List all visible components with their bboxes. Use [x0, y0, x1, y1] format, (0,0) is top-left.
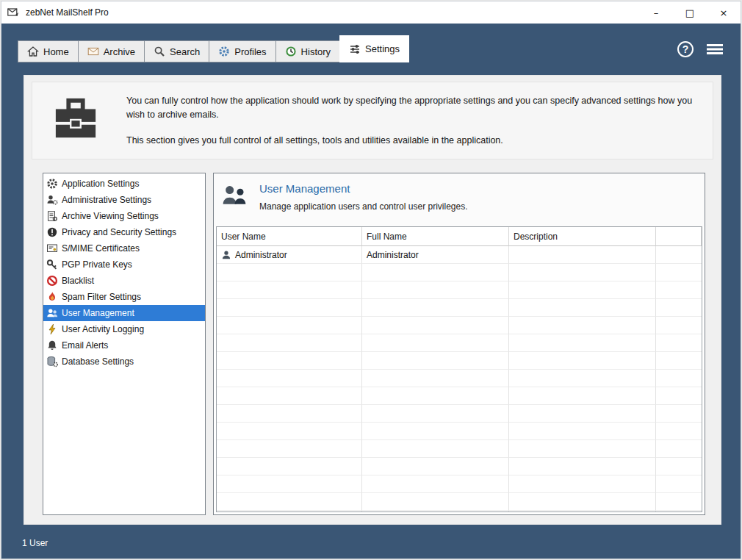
panel-title: User Management	[259, 182, 468, 195]
table-empty-row	[217, 281, 702, 299]
tab-profiles[interactable]: Profiles	[209, 40, 275, 62]
settings-nav-label: Database Settings	[62, 356, 134, 367]
status-text: 1 User	[22, 538, 48, 548]
empty-cell	[656, 281, 702, 299]
settings-nav-label: User Activity Logging	[62, 324, 144, 334]
status-bar: 1 User	[22, 538, 48, 548]
user-table: User NameFull NameDescription Administra…	[216, 226, 702, 512]
tab-archive[interactable]: Archive	[78, 40, 145, 62]
empty-cell	[509, 458, 656, 475]
maximize-button[interactable]: □	[673, 1, 707, 24]
panel-subtitle: Manage application users and control use…	[259, 201, 468, 212]
user-management-icon	[221, 184, 248, 210]
empty-cell	[217, 334, 362, 352]
menu-button[interactable]	[707, 43, 723, 55]
table-empty-row	[217, 264, 702, 281]
settings-nav-item-email-alerts[interactable]: Email Alerts	[43, 337, 205, 353]
empty-cell	[217, 475, 362, 493]
empty-cell	[362, 423, 509, 440]
tab-label: History	[301, 46, 331, 57]
empty-cell	[509, 475, 656, 493]
table-empty-row	[217, 299, 702, 317]
intro-section: You can fully control how the applicatio…	[32, 82, 713, 159]
empty-cell	[509, 264, 656, 281]
user-management-panel: User Management Manage application users…	[213, 173, 705, 515]
tab-label: Archive	[104, 46, 135, 57]
empty-cell	[656, 387, 702, 405]
settings-nav-item-administrative-settings[interactable]: Administrative Settings	[43, 192, 205, 208]
intro-paragraph-1: You can fully control how the applicatio…	[126, 94, 699, 123]
empty-cell	[656, 493, 702, 511]
settings-nav-label: S/MIME Certificates	[62, 243, 140, 254]
column-header-filler	[656, 227, 702, 246]
empty-cell	[509, 440, 656, 458]
profiles-icon	[218, 46, 230, 57]
toolbox-icon	[53, 97, 98, 144]
key-icon	[46, 259, 58, 270]
tab-label: Search	[170, 46, 200, 57]
tab-settings[interactable]: Settings	[339, 35, 409, 62]
bolt-icon	[46, 323, 58, 335]
help-button[interactable]: ?	[677, 41, 694, 57]
empty-cell	[217, 511, 362, 511]
empty-cell	[217, 264, 362, 281]
empty-cell	[217, 281, 362, 299]
column-header-full-name[interactable]: Full Name	[362, 227, 509, 246]
table-empty-row	[217, 334, 702, 352]
tab-history[interactable]: History	[275, 40, 340, 62]
empty-cell	[656, 334, 702, 352]
empty-cell	[509, 511, 656, 511]
settings-nav-item-user-management[interactable]: User Management	[43, 305, 205, 321]
gear-icon	[46, 178, 58, 190]
app-icon	[7, 7, 21, 18]
tab-search[interactable]: Search	[144, 40, 209, 62]
column-header-description[interactable]: Description	[509, 227, 656, 246]
settings-nav: Application SettingsAdministrative Setti…	[43, 173, 206, 515]
table-empty-row	[217, 440, 702, 458]
intro-paragraph-2: This section gives you full control of a…	[126, 134, 699, 148]
settings-nav-item-archive-viewing-settings[interactable]: Archive Viewing Settings	[43, 208, 205, 224]
bell-icon	[46, 340, 58, 351]
empty-cell	[362, 387, 509, 405]
settings-nav-item-spam-filter-settings[interactable]: Spam Filter Settings	[43, 289, 205, 305]
table-row[interactable]: AdministratorAdministrator	[217, 246, 702, 264]
table-empty-row	[217, 387, 702, 405]
empty-cell	[509, 370, 656, 387]
close-button[interactable]: ×	[707, 1, 741, 24]
settings-nav-item-s-mime-certificates[interactable]: S/MIME Certificates	[43, 240, 205, 256]
empty-cell	[656, 405, 702, 423]
empty-cell	[509, 352, 656, 370]
settings-nav-item-application-settings[interactable]: Application Settings	[43, 176, 205, 192]
home-icon	[27, 46, 39, 57]
empty-cell	[217, 317, 362, 334]
empty-cell	[217, 423, 362, 440]
column-header-user-name[interactable]: User Name	[217, 227, 362, 246]
empty-cell	[362, 493, 509, 511]
panel-header-text: User Management Manage application users…	[259, 182, 468, 212]
app-window: zebNet MailShelf Pro – □ × HomeArchiveSe…	[1, 1, 741, 559]
settings-nav-item-user-activity-logging[interactable]: User Activity Logging	[43, 321, 205, 337]
empty-cell	[217, 458, 362, 475]
table-empty-row	[217, 458, 702, 475]
empty-cell	[656, 264, 702, 281]
settings-nav-label: Spam Filter Settings	[62, 292, 141, 302]
empty-cell	[509, 334, 656, 352]
settings-nav-item-database-settings[interactable]: Database Settings	[43, 353, 205, 370]
settings-nav-label: Archive Viewing Settings	[62, 211, 159, 221]
empty-cell	[217, 387, 362, 405]
empty-cell	[509, 299, 656, 317]
top-right-actions: ?	[677, 41, 723, 57]
empty-cell	[217, 299, 362, 317]
empty-cell	[362, 352, 509, 370]
empty-cell	[656, 423, 702, 440]
table-empty-row	[217, 317, 702, 334]
cell-user-name: Administrator	[217, 246, 362, 264]
settings-nav-item-privacy-and-security-settings[interactable]: Privacy and Security Settings	[43, 224, 205, 240]
minimize-button[interactable]: –	[639, 1, 673, 24]
table-empty-row	[217, 370, 702, 387]
cell-description	[509, 246, 656, 264]
tab-home[interactable]: Home	[18, 40, 79, 62]
empty-cell	[362, 281, 509, 299]
settings-nav-item-pgp-private-keys[interactable]: PGP Private Keys	[43, 256, 205, 273]
settings-nav-item-blacklist[interactable]: Blacklist	[43, 273, 205, 289]
